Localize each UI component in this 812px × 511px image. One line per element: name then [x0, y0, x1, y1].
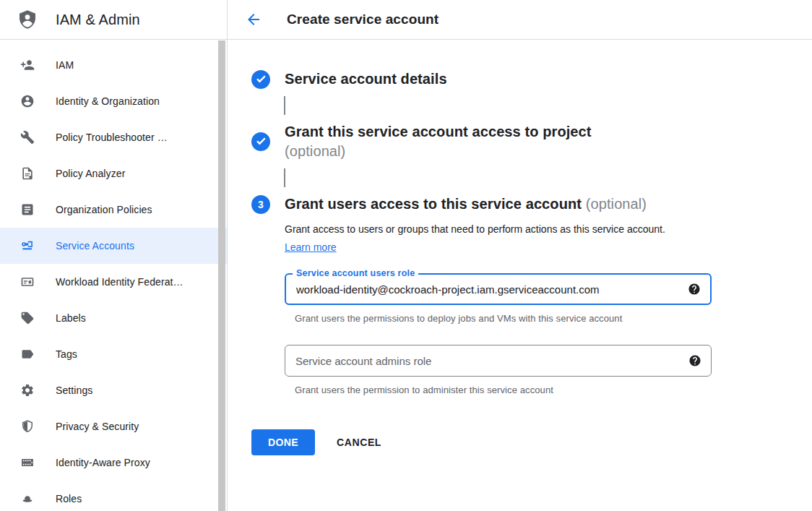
service-account-admins-role-field[interactable]	[285, 345, 712, 377]
proxy-grid-icon	[20, 455, 35, 470]
main-panel: Create service account Service account d…	[228, 0, 812, 511]
step1-check-icon	[251, 70, 270, 89]
sidebar-item-iam[interactable]: IAM	[0, 47, 227, 83]
sidebar-nav: IAM Identity & Organization Policy Troub…	[0, 40, 227, 511]
step-connector	[284, 96, 285, 115]
sidebar-item-organization-policies[interactable]: Organization Policies	[0, 192, 227, 228]
cancel-button[interactable]: CANCEL	[337, 437, 381, 448]
page-title: Create service account	[287, 12, 439, 27]
main-header: Create service account	[228, 0, 812, 40]
sidebar-item-labels[interactable]: Labels	[0, 300, 227, 336]
step-grant-users-access: 3 Grant users access to this service acc…	[251, 194, 812, 214]
sidebar-item-identity-organization[interactable]: Identity & Organization	[0, 83, 227, 119]
tag-arrow-icon	[20, 347, 35, 361]
learn-more-link[interactable]: Learn more	[285, 241, 337, 253]
step3-description: Grant access to users or groups that nee…	[285, 220, 681, 257]
step3-detail: Grant access to users or groups that nee…	[285, 220, 812, 395]
users-role-helper-text: Grant users the permissions to deploy jo…	[295, 313, 812, 324]
sidebar-header: IAM & Admin	[0, 0, 227, 40]
card-icon	[20, 275, 35, 289]
service-account-users-role-field[interactable]: Service account users role	[285, 273, 712, 305]
step3-number-badge: 3	[251, 195, 270, 214]
help-icon[interactable]	[688, 283, 701, 296]
iam-admin-sidebar: IAM & Admin IAM Identity & Organization …	[0, 0, 228, 511]
account-circle-icon	[20, 94, 35, 108]
sidebar-item-roles[interactable]: Roles	[0, 481, 227, 511]
sidebar-item-settings[interactable]: Settings	[0, 372, 227, 408]
person-add-icon	[20, 58, 35, 72]
back-button[interactable]	[245, 11, 262, 28]
step1-title: Service account details	[285, 69, 447, 89]
step3-optional-label: (optional)	[586, 196, 647, 212]
sidebar-item-policy-troubleshooter[interactable]: Policy Troubleshooter …	[0, 119, 227, 155]
gear-icon	[20, 383, 35, 398]
sidebar-item-service-accounts[interactable]: Service Accounts	[0, 228, 227, 264]
sidebar-item-policy-analyzer[interactable]: Policy Analyzer	[0, 155, 227, 192]
policy-analyzer-icon	[20, 166, 35, 181]
step-connector	[284, 168, 285, 187]
article-icon	[20, 202, 35, 217]
step2-optional-label: (optional)	[285, 142, 592, 161]
sidebar-scrollbar[interactable]	[218, 40, 225, 511]
users-role-floating-label: Service account users role	[293, 268, 418, 278]
create-service-account-form: Service account details Grant this servi…	[228, 40, 812, 455]
sidebar-item-tags[interactable]: Tags	[0, 336, 227, 372]
wrench-icon	[20, 130, 35, 145]
step2-check-icon	[251, 132, 270, 151]
service-account-key-icon	[20, 239, 35, 253]
shield-half-icon	[20, 419, 35, 434]
help-icon[interactable]	[688, 354, 701, 367]
step3-title: Grant users access to this service accou…	[285, 194, 647, 214]
arrow-back-icon	[245, 11, 262, 28]
admins-role-helper-text: Grant users the permission to administer…	[295, 385, 812, 395]
sidebar-item-workload-identity-federation[interactable]: Workload Identity Federat…	[0, 264, 227, 300]
step-grant-access-to-project: Grant this service account access to pro…	[251, 122, 812, 161]
hat-icon	[20, 491, 35, 506]
form-actions: DONE CANCEL	[251, 429, 812, 455]
done-button[interactable]: DONE	[251, 429, 315, 455]
label-tag-icon	[20, 311, 35, 325]
users-role-input[interactable]	[296, 283, 679, 296]
iam-shield-icon	[17, 9, 38, 30]
admins-role-input[interactable]	[295, 355, 680, 367]
product-title: IAM & Admin	[56, 12, 140, 28]
step-service-account-details: Service account details	[251, 69, 812, 89]
step2-title: Grant this service account access to pro…	[285, 122, 592, 161]
app-window: IAM & Admin IAM Identity & Organization …	[0, 0, 812, 511]
sidebar-item-identity-aware-proxy[interactable]: Identity-Aware Proxy	[0, 445, 227, 481]
sidebar-item-privacy-security[interactable]: Privacy & Security	[0, 408, 227, 445]
